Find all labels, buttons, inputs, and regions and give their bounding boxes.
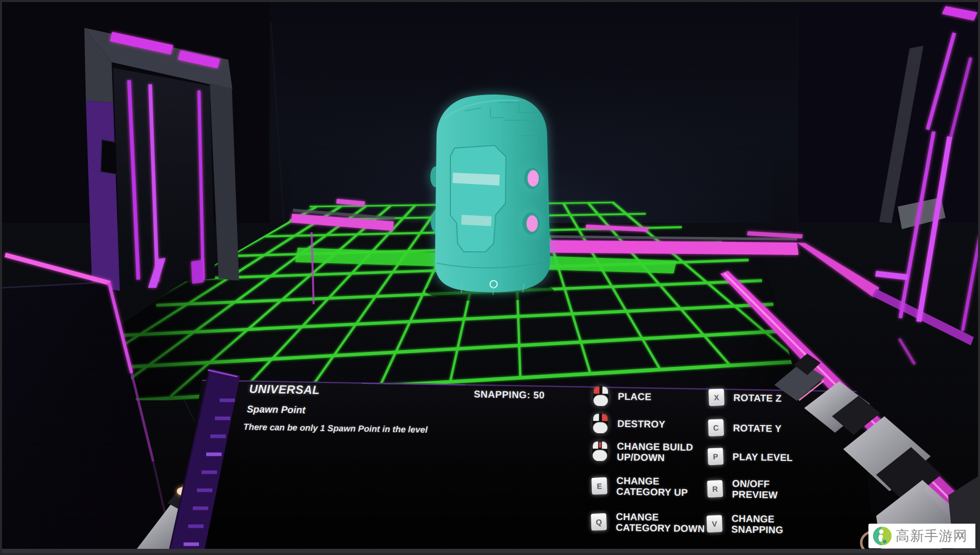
keybind-place: PLACE — [590, 385, 651, 409]
keybind-play-level: P PLAY LEVEL — [705, 448, 793, 466]
keybind-change-build: CHANGE BUILD UP/DOWN — [589, 440, 709, 465]
game-screen: UNIVERSAL Spawn Point There can be only … — [0, 0, 980, 555]
key-c: C — [708, 419, 724, 436]
watermark: 高新手游网 — [868, 524, 975, 548]
window-frame-bottom — [2, 549, 978, 553]
key-p: P — [707, 448, 723, 465]
keybind-destroy: DESTROY — [590, 412, 665, 436]
mouse-scroll-wheel-icon — [589, 440, 610, 463]
pod-hatch-stripe — [461, 215, 492, 226]
keybind-preview: R ON/OFF PREVIEW — [704, 477, 800, 501]
watermark-logo-icon — [873, 526, 892, 546]
keybind-change-snapping: V CHANGE SNAPPING — [704, 512, 800, 536]
key-r: R — [707, 480, 723, 497]
category-title: UNIVERSAL — [249, 382, 320, 397]
mouse-right-click-icon — [590, 412, 611, 435]
key-x: X — [709, 388, 724, 406]
snapping-value: SNAPPING: 50 — [474, 388, 545, 401]
mouse-left-click-icon — [590, 385, 611, 408]
hud-panel: UNIVERSAL Spawn Point There can be only … — [197, 376, 878, 555]
keybind-category-down: Q CHANGE CATEGORY DOWN — [588, 511, 707, 535]
watermark-text: 高新手游网 — [896, 527, 968, 545]
selected-item-name: Spawn Point — [247, 403, 305, 416]
keybind-category-up: E CHANGE CATEGORY UP — [589, 475, 708, 499]
keybind-rotate-z: X ROTATE Z — [706, 388, 782, 406]
spawn-point-pod[interactable] — [425, 95, 554, 301]
keybind-rotate-y: C ROTATE Y — [705, 419, 782, 437]
key-q: Q — [591, 513, 607, 531]
key-v: V — [706, 515, 722, 532]
key-e: E — [591, 477, 607, 495]
selected-item-description: There can be only 1 Spawn Point in the l… — [243, 422, 427, 435]
